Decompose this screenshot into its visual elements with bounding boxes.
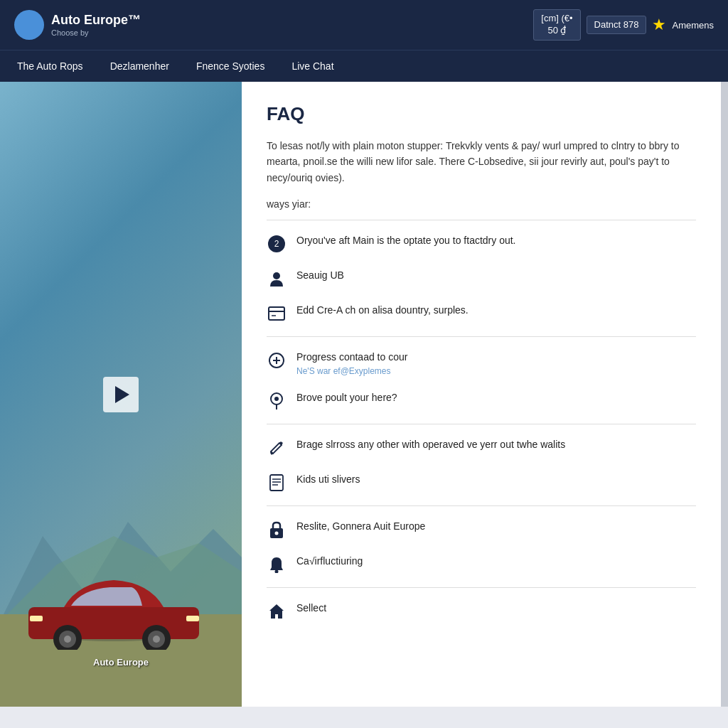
navigation: The Auto Rops Dezlamenher Fnence Syoties… — [0, 50, 728, 82]
faq-item-4: Brove poult your here? — [267, 383, 696, 418]
faq-item-3-text: Progress contaad to cour — [296, 350, 407, 365]
hero-image-panel: Auto Europe — [0, 82, 242, 707]
main-area: Auto Europe FAQ To lesas not/ly with pla… — [0, 82, 728, 707]
svg-rect-15 — [269, 307, 284, 320]
image-label: Auto Europe — [93, 657, 149, 668]
svg-point-30 — [275, 570, 279, 574]
faq-item-3: Progress contaad to cour Ne'S war ef@Exy… — [267, 343, 696, 383]
logo-text: Auto Europe™ — [51, 13, 141, 28]
faq-item-9-text: Sellect — [296, 601, 326, 616]
nav-item-fnence[interactable]: Fnence Syoties — [193, 52, 268, 80]
header-badge-2: Datnct 878 — [587, 16, 647, 35]
header: Auto Europe™ Choose by [cm] (€• 50 ₫ Dat… — [0, 0, 728, 50]
nav-item-live-chat[interactable]: Live Chat — [289, 52, 336, 80]
svg-point-9 — [153, 636, 160, 643]
svg-point-6 — [64, 636, 71, 643]
faq-item-2: Edd Cre-A ch on alisa dountry, surples. — [267, 296, 696, 331]
faq-divider-0 — [267, 220, 696, 220]
faq-divider-4 — [267, 587, 696, 588]
faq-item-7-text: Reslite, Gonnera Auit Europe — [296, 519, 425, 534]
user-name: Amemens — [672, 20, 714, 31]
right-edge-panel — [721, 82, 728, 707]
person-icon — [267, 269, 287, 289]
faq-item-8-text: Ca√irfluctiuring — [296, 554, 363, 569]
svg-point-29 — [275, 532, 279, 535]
logo-sub: Choose by — [51, 28, 141, 37]
faq-item-8: Ca√irfluctiuring — [267, 547, 696, 582]
circle-number-icon: 2 — [267, 234, 287, 254]
faq-divider-2 — [267, 424, 696, 424]
document-icon — [267, 473, 287, 493]
faq-subtitle: ways yiar: — [267, 198, 696, 210]
header-right: [cm] (€• 50 ₫ Datnct 878 ★ Amemens — [533, 9, 714, 41]
svg-rect-24 — [270, 475, 283, 491]
faq-intro-text: To lesas not/ly with plain moton stupper… — [267, 138, 696, 186]
faq-item-2-text: Edd Cre-A ch on alisa dountry, surples. — [296, 303, 469, 318]
bell-icon — [267, 555, 287, 574]
faq-item-1: Seauig UB — [267, 261, 696, 296]
location-icon — [267, 391, 287, 411]
faq-item-4-text: Brove poult your here? — [296, 390, 397, 405]
lock-icon — [267, 520, 287, 540]
house-icon — [267, 601, 287, 621]
card-icon — [267, 304, 287, 323]
play-button[interactable] — [103, 377, 139, 412]
star-icon: ★ — [652, 16, 666, 34]
nav-item-dezlamenher[interactable]: Dezlamenher — [107, 52, 172, 80]
logo-circle-icon — [14, 10, 44, 40]
faq-item-7: Reslite, Gonnera Auit Europe — [267, 512, 696, 547]
pencil-icon — [267, 438, 287, 458]
faq-item-5-text: Brage slrross any other with operaved ve… — [296, 437, 565, 452]
faq-divider-3 — [267, 505, 696, 506]
faq-item-3-sub: Ne'S war ef@Exyplemes — [296, 366, 407, 376]
faq-item-0-text: Oryou've aft Main is the optate you to f… — [296, 233, 516, 248]
car-image-icon — [14, 564, 213, 650]
faq-item-6-text: Kids uti slivers — [296, 472, 360, 487]
header-badge-1: [cm] (€• 50 ₫ — [533, 9, 580, 41]
faq-item-5: Brage slrross any other with operaved ve… — [267, 430, 696, 465]
faq-divider-1 — [267, 336, 696, 337]
nav-item-auto-rops[interactable]: The Auto Rops — [14, 52, 86, 80]
play-triangle-icon — [115, 386, 129, 403]
svg-rect-10 — [30, 616, 43, 621]
faq-panel: FAQ To lesas not/ly with plain moton stu… — [242, 82, 721, 707]
svg-rect-3 — [28, 607, 199, 639]
plus-circle-icon — [267, 350, 287, 370]
faq-item-1-text: Seauig UB — [296, 268, 344, 283]
svg-rect-11 — [186, 616, 199, 621]
svg-point-14 — [273, 272, 280, 279]
faq-item-6: Kids uti slivers — [267, 465, 696, 500]
svg-text:2: 2 — [274, 239, 279, 249]
faq-item-0: 2 Oryou've aft Main is the optate you to… — [267, 226, 696, 261]
logo-area: Auto Europe™ Choose by — [14, 10, 141, 40]
faq-item-9: Sellect — [267, 594, 696, 628]
svg-point-22 — [274, 397, 279, 401]
car-scene: Auto Europe — [0, 82, 242, 707]
faq-title: FAQ — [267, 103, 696, 125]
svg-marker-31 — [269, 604, 284, 619]
